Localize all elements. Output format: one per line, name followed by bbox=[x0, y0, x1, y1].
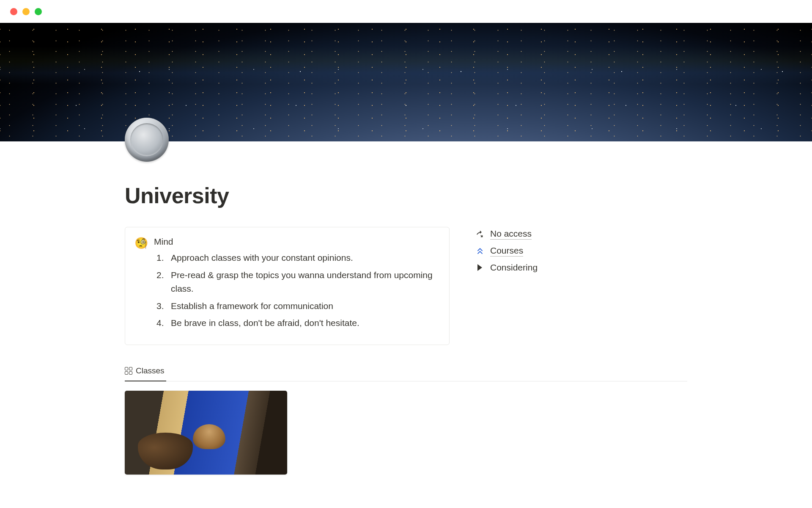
window-minimize-button[interactable] bbox=[22, 8, 30, 15]
callout-list: Approach classes with your constant opin… bbox=[154, 251, 438, 330]
link-courses[interactable]: Courses bbox=[475, 246, 687, 257]
gallery-grid bbox=[125, 391, 687, 475]
list-item[interactable]: Pre-read & grasp the topics you wanna un… bbox=[154, 268, 438, 296]
link-label: Courses bbox=[490, 246, 523, 257]
callout-heading[interactable]: Mind bbox=[154, 237, 438, 247]
board-view-icon bbox=[125, 367, 132, 375]
list-item[interactable]: Establish a framework for communication bbox=[154, 299, 438, 313]
content-columns: 🧐 Mind Approach classes with your consta… bbox=[125, 227, 687, 345]
window-titlebar bbox=[0, 0, 812, 23]
tab-classes[interactable]: Classes bbox=[125, 362, 166, 381]
side-links: No access Courses Considering bbox=[475, 229, 687, 273]
toggle-triangle-icon bbox=[475, 264, 485, 271]
tab-label: Classes bbox=[136, 366, 165, 375]
list-item[interactable]: Approach classes with your constant opin… bbox=[154, 251, 438, 265]
list-item[interactable]: Be brave in class, don't be afraid, don'… bbox=[154, 316, 438, 330]
toggle-considering[interactable]: Considering bbox=[475, 262, 687, 273]
gallery-card[interactable] bbox=[125, 391, 287, 475]
mind-callout[interactable]: 🧐 Mind Approach classes with your consta… bbox=[125, 227, 450, 345]
window-fullscreen-button[interactable] bbox=[35, 8, 42, 15]
share-arrow-icon bbox=[475, 229, 485, 239]
database-view-tabs: Classes bbox=[125, 362, 687, 381]
callout-emoji-icon: 🧐 bbox=[134, 237, 148, 334]
window-close-button[interactable] bbox=[10, 8, 17, 15]
page-icon[interactable] bbox=[125, 118, 169, 162]
double-chevron-up-icon bbox=[475, 247, 485, 255]
page-title[interactable]: University bbox=[125, 141, 687, 208]
toggle-label: Considering bbox=[490, 262, 538, 273]
link-no-access[interactable]: No access bbox=[475, 229, 687, 240]
page-cover[interactable] bbox=[0, 23, 812, 141]
link-label: No access bbox=[490, 229, 532, 240]
